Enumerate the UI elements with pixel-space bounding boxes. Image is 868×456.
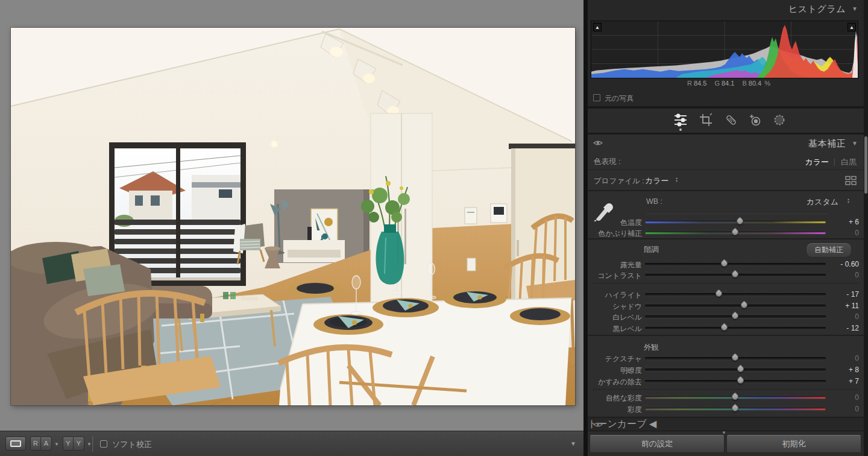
slider-label: コントラスト	[597, 271, 642, 281]
slider-blacks[interactable]: 黒レベル - 12	[588, 323, 864, 334]
slider-track[interactable]	[645, 293, 826, 296]
slider-track[interactable]	[645, 221, 826, 223]
slider-thumb[interactable]	[731, 227, 740, 237]
wb-value[interactable]: カスタム	[807, 197, 838, 207]
shadow-clipping-indicator[interactable]: ▲	[593, 23, 602, 31]
slider-track[interactable]	[645, 263, 826, 265]
photo-preview[interactable]	[11, 28, 575, 405]
slider-track[interactable]	[645, 327, 826, 329]
before-after-right[interactable]: A	[41, 437, 52, 451]
panel-visibility-eye-icon[interactable]	[593, 421, 603, 428]
slider-thumb[interactable]	[731, 392, 740, 402]
slider-thumb[interactable]	[731, 311, 740, 321]
healing-icon[interactable]	[724, 113, 738, 127]
tool-strip	[588, 109, 864, 133]
slider-whites[interactable]: 白レベル 0	[588, 311, 864, 322]
slider-highlights[interactable]: ハイライト - 17	[588, 289, 864, 300]
treatment-color-option[interactable]: カラー	[805, 157, 829, 168]
slider-dehaze[interactable]: かすみの除去 + 7	[588, 376, 864, 387]
basic-panel-header[interactable]: 基本補正 ▼	[588, 135, 864, 153]
highlight-clip-icon: ▲	[849, 25, 854, 30]
slider-track[interactable]	[645, 369, 826, 371]
soft-proof-label: ソフト校正	[112, 439, 152, 450]
reset-button[interactable]: 初期化	[726, 434, 861, 453]
slider-tint[interactable]: 色かぶり補正 0	[588, 227, 864, 238]
slider-thumb[interactable]	[731, 353, 740, 363]
slider-track[interactable]	[645, 315, 826, 318]
before-after-left[interactable]: R	[30, 437, 41, 451]
split-view-button[interactable]: Y Y	[63, 437, 84, 451]
loupe-view-button[interactable]	[5, 437, 26, 451]
slider-track[interactable]	[645, 305, 826, 307]
shadow-clip-icon: ▲	[595, 25, 600, 30]
slider-track[interactable]	[645, 232, 826, 234]
slider-value: 0	[824, 229, 859, 237]
original-photo-checkbox[interactable]	[593, 94, 600, 101]
slider-thumb[interactable]	[731, 270, 740, 279]
slider-label: 白レベル	[612, 312, 642, 323]
slider-shadows[interactable]: シャドウ + 11	[588, 300, 864, 311]
slider-clarity[interactable]: 明瞭度 + 8	[588, 364, 864, 375]
b-label: B	[742, 80, 746, 87]
slider-track[interactable]	[645, 357, 826, 359]
histogram-collapse-icon[interactable]: ▼	[852, 5, 858, 12]
masking-icon[interactable]	[772, 113, 787, 127]
slider-thumb[interactable]	[731, 404, 740, 413]
r-value: 84.5	[694, 80, 706, 87]
slider-value: 0	[824, 393, 859, 402]
toolbar-options-arrow-icon[interactable]: ▼	[570, 440, 576, 447]
slider-track[interactable]	[645, 274, 826, 276]
tone-curve-panel-header[interactable]: トーンカーブ ◀	[588, 417, 864, 431]
slider-vibrance[interactable]: 自然な彩度 0	[588, 392, 864, 403]
slider-saturation[interactable]: 彩度 0	[588, 404, 864, 414]
scrollbar-thumb[interactable]	[864, 136, 867, 194]
highlight-clipping-indicator[interactable]: ▲	[848, 23, 856, 31]
profile-value[interactable]: カラー	[645, 176, 669, 186]
profile-dropdown-icon[interactable]: ▴▾	[676, 177, 678, 183]
basic-collapse-icon[interactable]: ▼	[852, 140, 858, 147]
adjustments-icon[interactable]	[673, 113, 688, 127]
slider-thumb[interactable]	[735, 217, 744, 226]
slider-thumb[interactable]	[720, 259, 729, 268]
split-view-dropdown-icon[interactable]: ▼	[87, 442, 92, 447]
previous-settings-button[interactable]: 前の設定	[590, 434, 725, 453]
red-eye-icon[interactable]	[748, 113, 763, 127]
slider-value: + 8	[824, 366, 859, 374]
treatment-bw-option[interactable]: 白黒	[841, 157, 857, 168]
slider-track[interactable]	[645, 408, 826, 410]
histogram-panel-header[interactable]: ヒストグラム ▼	[588, 0, 864, 18]
before-after-view-button[interactable]: R A	[30, 437, 52, 451]
slider-temperature[interactable]: 色温度 + 6	[588, 217, 864, 227]
panel-footer: ▼ 前の設定 初期化	[588, 431, 864, 456]
crop-icon[interactable]	[699, 113, 713, 127]
panel-scrollbar[interactable]	[864, 0, 868, 456]
soft-proof-checkbox[interactable]	[100, 440, 107, 448]
slider-thumb[interactable]	[714, 289, 724, 299]
slider-value: 0	[824, 405, 859, 413]
percent-sign: %	[764, 80, 770, 87]
auto-tone-button[interactable]: 自動補正	[806, 242, 852, 258]
slider-value: - 12	[824, 324, 859, 332]
slider-texture[interactable]: テクスチャ 0	[588, 353, 864, 364]
tone-curve-collapse-icon[interactable]: ◀	[649, 419, 656, 429]
slider-exposure[interactable]: 露光量 - 0.60	[588, 259, 864, 270]
slider-label: 露光量	[620, 260, 642, 270]
slider-track[interactable]	[645, 380, 826, 382]
wb-dropdown-icon[interactable]: ▴▾	[848, 198, 849, 204]
slider-thumb[interactable]	[740, 300, 749, 310]
right-panel: ヒストグラム ▼ ▲ ▲ R84.5 G84.1	[588, 0, 864, 456]
slider-track[interactable]	[645, 396, 826, 399]
before-after-dropdown-icon[interactable]: ▼	[54, 442, 59, 447]
g-value: 84.1	[722, 80, 734, 87]
slider-label: 色温度	[620, 218, 642, 228]
slider-thumb[interactable]	[720, 323, 729, 332]
lightroom-develop-window: R A ▼ Y Y ▼ ソフト校正 ▼ ヒストグラム ▼	[0, 0, 868, 456]
slider-contrast[interactable]: コントラスト 0	[588, 270, 864, 280]
profile-browser-grid-icon[interactable]	[845, 176, 857, 186]
split-view-left[interactable]: Y	[63, 437, 74, 451]
split-view-right[interactable]: Y	[74, 437, 84, 451]
slider-thumb[interactable]	[736, 364, 746, 374]
slider-thumb[interactable]	[736, 376, 746, 385]
panel-visibility-eye-icon[interactable]	[593, 139, 603, 147]
histogram-graph[interactable]: ▲ ▲	[591, 21, 858, 78]
